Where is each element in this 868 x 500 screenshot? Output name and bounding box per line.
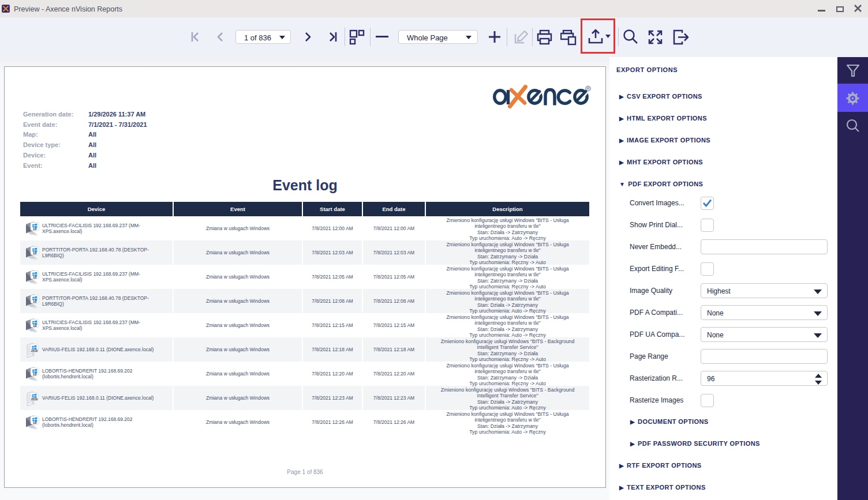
svg-text:R: R xyxy=(586,87,589,91)
